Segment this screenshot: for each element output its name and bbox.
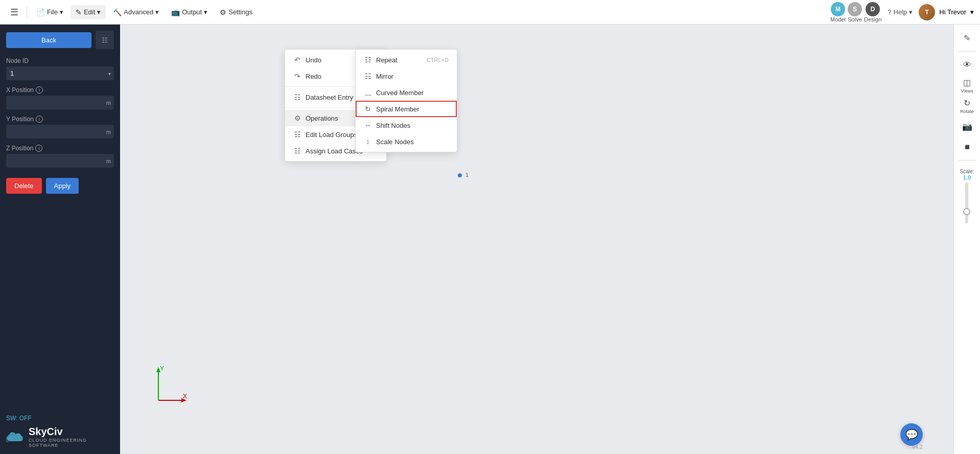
avatar: T <box>919 4 935 20</box>
mirror-label: Mirror <box>376 73 393 80</box>
shift-nodes-menu-item[interactable]: ↔ Shift Nodes <box>356 117 457 133</box>
node-id-field: Node ID 1 ▾ <box>6 57 114 80</box>
y-unit: m <box>106 129 111 135</box>
shift-nodes-icon: ↔ <box>364 121 372 129</box>
solve-tab[interactable]: S Solve <box>848 2 862 22</box>
output-chevron-icon: ▾ <box>204 8 207 16</box>
advanced-label: Advanced <box>124 8 153 16</box>
output-menu-btn[interactable]: 📺 Output ▾ <box>166 5 213 19</box>
camera-icon: 📷 <box>962 122 972 131</box>
help-icon: ? <box>888 8 891 16</box>
edit-menu-btn[interactable]: ✎ Edit ▾ <box>71 5 106 19</box>
undo-icon: ↶ <box>293 56 301 64</box>
skyciv-cloud-icon <box>6 430 26 444</box>
settings-menu-btn[interactable]: ⚙ Settings <box>215 5 258 19</box>
design-label: Design <box>864 16 881 22</box>
spiral-member-icon: ↻ <box>364 105 372 113</box>
edit-tool-button[interactable]: ✎ <box>957 29 977 47</box>
rotate-tool-button[interactable]: ↻ Rotate <box>957 97 977 115</box>
assign-load-cases-label: Assign Load Cases <box>306 147 363 155</box>
z-position-input[interactable]: 0 <box>6 154 114 168</box>
y-position-label: Y Position i <box>6 116 114 123</box>
z-position-label-text: Z Position <box>6 145 33 152</box>
file-menu-btn[interactable]: 📄 File ▾ <box>31 5 68 19</box>
advanced-chevron-icon: ▾ <box>155 8 159 16</box>
chat-button[interactable]: 💬 <box>900 423 923 446</box>
axes-indicator: Y X <box>143 365 189 405</box>
solve-label: Solve <box>848 16 862 22</box>
skyciv-name: SkyCiv <box>29 426 114 438</box>
edit-label: Edit <box>84 8 95 16</box>
hamburger-menu[interactable]: ☰ <box>6 4 22 20</box>
z-position-field: Z Position i 0 m <box>6 145 114 168</box>
x-position-input-wrap: 0 m <box>6 96 114 109</box>
design-tab[interactable]: D Design <box>864 2 881 22</box>
operations-submenu: ☷ Repeat CTRL+D ☷ Mirror ⏠ Curved Member… <box>355 49 457 152</box>
scale-nodes-menu-item[interactable]: ↕ Scale Nodes <box>356 133 457 150</box>
scale-slider[interactable] <box>965 183 968 223</box>
datasheet-entry-label: Datasheet Entry <box>306 94 353 101</box>
z-position-label: Z Position i <box>6 145 114 152</box>
solve-circle: S <box>848 2 862 16</box>
operations-icon: ⚙ <box>293 114 301 122</box>
layers-tool-button[interactable]: ◾ <box>957 138 977 156</box>
grid-icon: ☷ <box>102 36 108 44</box>
scale-nodes-label: Scale Nodes <box>376 138 414 146</box>
topbar: ☰ 📄 File ▾ ✎ Edit ▾ 🔨 Advanced ▾ 📺 Outpu… <box>0 0 980 25</box>
sidebar: Back ☷ Node ID 1 ▾ X Position i 0 <box>0 25 120 454</box>
repeat-label: Repeat <box>376 56 398 64</box>
spiral-member-menu-item[interactable]: ↻ Spiral Member <box>356 101 457 117</box>
advanced-icon: 🔨 <box>113 8 122 16</box>
file-label: File <box>47 8 58 16</box>
help-label: Help <box>894 8 907 16</box>
output-icon: 📺 <box>171 8 180 16</box>
rotate-icon: ↻ <box>964 98 970 108</box>
y-position-field: Y Position i 0 m <box>6 116 114 139</box>
chat-icon: 💬 <box>905 428 918 441</box>
canvas-area[interactable]: 1 Y X 💬 v4.2 ↶ Undo CTRL+Z ↷ <box>120 25 953 454</box>
apply-button[interactable]: Apply <box>46 178 79 194</box>
spiral-member-label: Spiral Member <box>376 105 419 113</box>
settings-icon: ⚙ <box>220 8 226 16</box>
advanced-menu-btn[interactable]: 🔨 Advanced ▾ <box>108 5 164 19</box>
x-position-input[interactable]: 0 <box>6 96 114 109</box>
redo-label: Redo <box>306 73 321 80</box>
help-chevron-icon: ▾ <box>909 8 913 16</box>
views-tool-button[interactable]: ◫ Views <box>957 76 977 95</box>
y-position-info-icon: i <box>36 116 43 123</box>
skyciv-logo: SkyCiv Cloud Engineering Software <box>6 426 114 448</box>
repeat-shortcut: CTRL+D <box>427 57 449 63</box>
views-label: Views <box>961 88 973 94</box>
divider-1 <box>27 6 27 18</box>
y-position-input[interactable]: 0 <box>6 125 114 139</box>
sidebar-top: Back ☷ <box>6 31 114 49</box>
repeat-menu-item[interactable]: ☷ Repeat CTRL+D <box>356 52 457 68</box>
layers-icon: ◾ <box>962 142 972 152</box>
skyciv-sub: Cloud Engineering Software <box>29 438 114 448</box>
scale-nodes-icon: ↕ <box>364 138 372 146</box>
node-id-input-wrap: 1 ▾ <box>6 66 114 80</box>
sw-off-indicator: SW: OFF <box>6 415 114 422</box>
topbar-right: M Model S Solve D Design ? Help ▾ T Hi T… <box>830 2 974 22</box>
grid-toggle-button[interactable]: ☷ <box>96 31 114 49</box>
mirror-icon: ☷ <box>364 72 372 80</box>
z-position-info-icon: i <box>35 145 42 152</box>
eye-tool-button[interactable]: 👁 <box>957 56 977 74</box>
help-button[interactable]: ? Help ▾ <box>888 8 913 16</box>
skyciv-text: SkyCiv Cloud Engineering Software <box>29 426 114 448</box>
delete-button[interactable]: Delete <box>6 178 42 194</box>
model-tab[interactable]: M Model <box>830 2 846 22</box>
camera-tool-button[interactable]: 📷 <box>957 117 977 135</box>
svg-text:X: X <box>183 393 187 400</box>
shift-nodes-label: Shift Nodes <box>376 122 410 129</box>
sidebar-actions: Delete Apply <box>6 178 114 194</box>
curved-member-menu-item[interactable]: ⏠ Curved Member <box>356 84 457 101</box>
right-toolbar: ✎ 👁 ◫ Views ↻ Rotate 📷 ◾ Scale: 1.0 <box>953 25 980 454</box>
node-label-1: 1 <box>465 172 469 178</box>
main-layout: Back ☷ Node ID 1 ▾ X Position i 0 <box>0 25 980 454</box>
mirror-menu-item[interactable]: ☷ Mirror <box>356 68 457 84</box>
node-id-select[interactable]: 1 <box>6 66 114 80</box>
back-button[interactable]: Back <box>6 32 91 48</box>
edit-chevron-icon: ▾ <box>97 8 101 16</box>
user-area[interactable]: T Hi Trevor ▾ <box>919 4 974 20</box>
